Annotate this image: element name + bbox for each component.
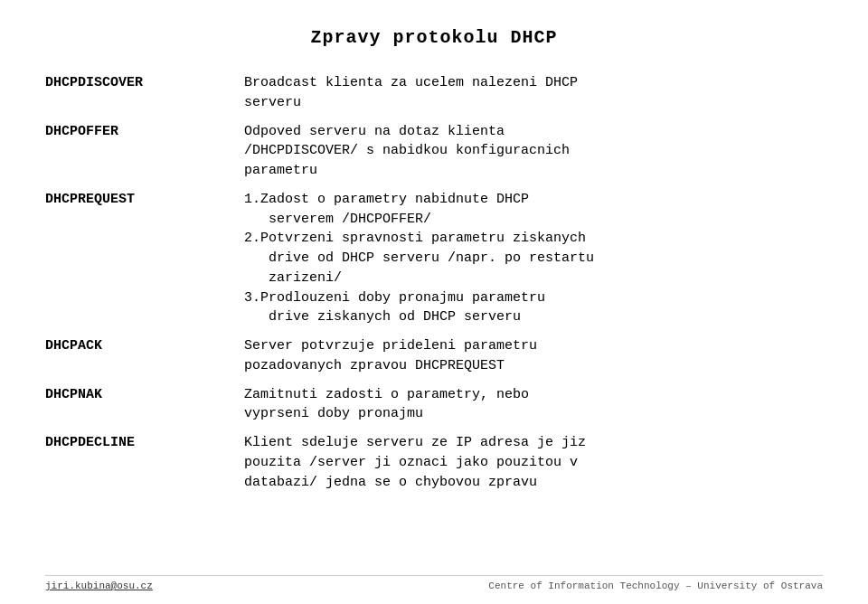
table-row: DHCPREQUEST1.Zadost o parametry nabidnut… [45,190,823,336]
table-row: DHCPDECLINEKlient sdeluje serveru ze IP … [45,433,823,501]
term-cell: DHCPDECLINE [45,433,244,501]
content-table: DHCPDISCOVERBroadcast klienta za ucelem … [45,73,823,501]
desc-cell: Klient sdeluje serveru ze IP adresa je j… [244,433,823,501]
term-cell: DHCPDISCOVER [45,73,244,122]
term-cell: DHCPREQUEST [45,190,244,336]
footer: jiri.kubina@osu.cz Centre of Information… [45,575,823,591]
table-row: DHCPDISCOVERBroadcast klienta za ucelem … [45,73,823,122]
footer-link[interactable]: jiri.kubina@osu.cz [45,580,153,591]
term-cell: DHCPACK [45,336,244,385]
table-row: DHCPACKServer potvrzuje prideleni parame… [45,336,823,385]
page: Zpravy protokolu DHCP DHCPDISCOVERBroadc… [0,0,868,604]
table-row: DHCPOFFEROdpoved serveru na dotaz klient… [45,122,823,190]
footer-right-text: Centre of Information Technology – Unive… [488,580,823,591]
desc-cell: Server potvrzuje prideleni parametru poz… [244,336,823,385]
term-cell: DHCPNAK [45,385,244,434]
term-cell: DHCPOFFER [45,122,244,190]
desc-cell: Broadcast klienta za ucelem nalezeni DHC… [244,73,823,122]
desc-cell: 1.Zadost o parametry nabidnute DHCP serv… [244,190,823,336]
desc-cell: Zamitnuti zadosti o parametry, nebo vypr… [244,385,823,434]
desc-cell: Odpoved serveru na dotaz klienta /DHCPDI… [244,122,823,190]
page-title: Zpravy protokolu DHCP [45,27,823,48]
table-row: DHCPNAKZamitnuti zadosti o parametry, ne… [45,385,823,434]
